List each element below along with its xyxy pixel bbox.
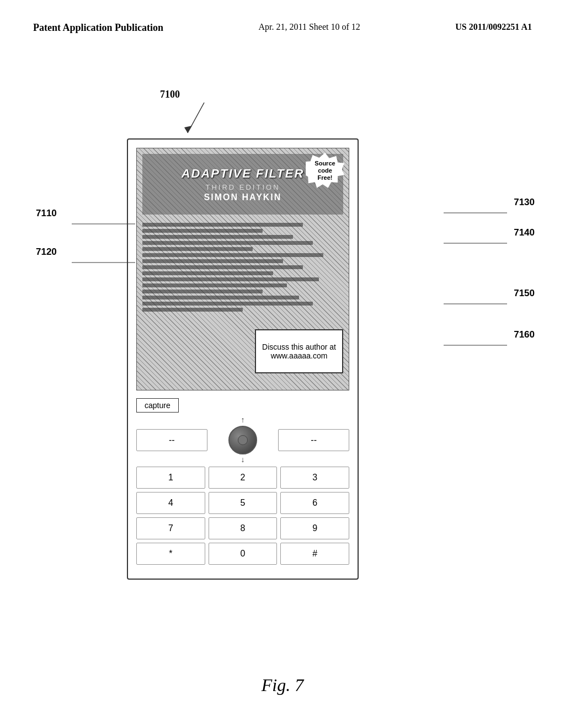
key-9[interactable]: 9 <box>280 517 349 539</box>
key-8[interactable]: 8 <box>209 517 278 539</box>
ann-line-7140 <box>444 235 510 251</box>
ann-line-7110 <box>72 216 138 232</box>
scroll-right-side: -- <box>278 429 349 451</box>
book-text-lines <box>142 223 343 333</box>
label-7130: 7130 <box>514 197 535 208</box>
scroll-row: -- ↑ ↓ -- <box>136 416 349 464</box>
key-row-1: 1 2 3 <box>136 467 349 489</box>
label-7150: 7150 <box>514 288 535 299</box>
key-7[interactable]: 7 <box>136 517 205 539</box>
device: ADAPTIVE FILTER THIRD EDITION SIMON HAYK… <box>127 138 359 580</box>
text-line-14 <box>142 302 313 306</box>
key-5[interactable]: 5 <box>209 492 278 514</box>
figure-caption: Fig. 7 <box>262 675 303 695</box>
book-cover: ADAPTIVE FILTER THIRD EDITION SIMON HAYK… <box>137 148 349 390</box>
sheet-info: Apr. 21, 2011 Sheet 10 of 12 <box>259 22 360 32</box>
key-hash[interactable]: # <box>280 543 349 565</box>
scroll-right-button[interactable]: -- <box>278 429 349 451</box>
arrow-7100 <box>166 97 232 141</box>
key-star[interactable]: * <box>136 543 205 565</box>
badge-line3: Free! <box>318 174 333 181</box>
scroll-up-arrow: ↑ <box>241 416 245 425</box>
key-row-3: 7 8 9 <box>136 517 349 539</box>
label-7160: 7160 <box>514 329 535 340</box>
scroll-left-button[interactable]: -- <box>136 429 207 451</box>
text-line-8 <box>142 265 303 269</box>
key-row-2: 4 5 6 <box>136 492 349 514</box>
key-0[interactable]: 0 <box>209 543 278 565</box>
label-7110: 7110 <box>36 208 57 219</box>
ann-line-7120 <box>72 254 138 271</box>
patent-label: Patent Application Publication <box>33 22 163 34</box>
popup-text: Discuss this author at www.aaaaa.com <box>256 342 342 360</box>
text-line-7 <box>142 259 283 263</box>
scroll-down-arrow: ↓ <box>241 456 245 464</box>
key-4[interactable]: 4 <box>136 492 205 514</box>
label-7140: 7140 <box>514 227 535 238</box>
scroll-wheel[interactable] <box>228 426 257 454</box>
text-line-11 <box>142 283 287 287</box>
capture-button[interactable]: capture <box>136 398 179 413</box>
key-1[interactable]: 1 <box>136 467 205 489</box>
text-line-13 <box>142 296 299 299</box>
text-line-3 <box>142 235 293 239</box>
text-line-5 <box>142 247 253 251</box>
capture-area: capture <box>136 395 349 416</box>
keypad: -- ↑ ↓ -- 1 2 3 4 <box>136 416 349 565</box>
ann-line-7130 <box>444 205 510 221</box>
badge-line2: code <box>318 167 332 174</box>
text-line-10 <box>142 277 319 281</box>
label-7120: 7120 <box>36 247 57 258</box>
text-line-6 <box>142 253 323 257</box>
book-author: SIMON HAYKIN <box>204 192 282 202</box>
key-3[interactable]: 3 <box>280 467 349 489</box>
scroll-center: ↑ ↓ <box>207 418 279 462</box>
text-line-2 <box>142 229 263 233</box>
badge-line1: Source <box>315 160 335 167</box>
key-6[interactable]: 6 <box>280 492 349 514</box>
header: Patent Application Publication Apr. 21, … <box>0 0 565 45</box>
main-content: 7100 ADAPTIVE FILTER THIRD EDITION SIMON… <box>0 45 565 718</box>
scroll-wrapper: ↑ ↓ <box>228 426 257 454</box>
svg-marker-1 <box>184 126 192 133</box>
viewfinder: ADAPTIVE FILTER THIRD EDITION SIMON HAYK… <box>136 148 349 390</box>
text-line-9 <box>142 271 273 275</box>
text-line-15 <box>142 308 243 312</box>
book-edition: THIRD EDITION <box>205 183 280 191</box>
text-line-1 <box>142 223 303 227</box>
key-2[interactable]: 2 <box>209 467 278 489</box>
scroll-left-side: -- <box>136 429 207 451</box>
text-line-12 <box>142 290 263 293</box>
popup-overlay: Discuss this author at www.aaaaa.com <box>255 329 343 373</box>
key-row-4: * 0 # <box>136 543 349 565</box>
text-line-4 <box>142 241 313 245</box>
ann-line-7160 <box>444 337 510 354</box>
book-main-title: ADAPTIVE FILTER <box>182 167 305 181</box>
ann-line-7150 <box>444 296 510 312</box>
patent-number: US 2011/0092251 A1 <box>455 22 532 32</box>
